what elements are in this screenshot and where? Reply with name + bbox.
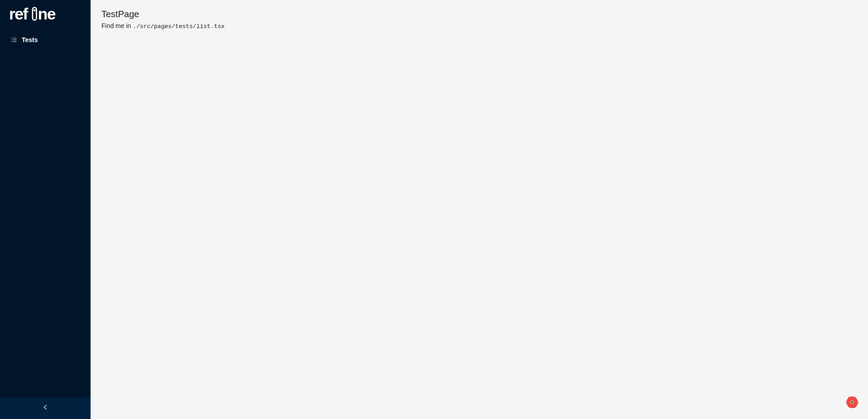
sidebar: ref ne Tests (0, 0, 91, 419)
description-prefix: Find me in (101, 22, 133, 29)
react-query-devtools-button[interactable] (844, 395, 860, 411)
sidebar-item-label: Tests (22, 36, 38, 43)
sidebar-menu: Tests (0, 29, 91, 397)
main-content: TestPage Find me in ./src/pages/tests/li… (91, 0, 868, 419)
sidebar-item-tests[interactable]: Tests (0, 31, 91, 49)
svg-text:ref: ref (9, 5, 29, 23)
sidebar-collapse-button[interactable] (0, 397, 91, 419)
refine-logo: ref ne (9, 5, 79, 24)
page-description: Find me in ./src/pages/tests/list.tsx (101, 22, 857, 30)
page-title: TestPage (101, 9, 857, 19)
description-path: ./src/pages/tests/list.tsx (133, 23, 225, 30)
svg-point-6 (852, 402, 853, 403)
logo-container[interactable]: ref ne (0, 0, 91, 29)
react-query-icon (844, 395, 860, 412)
list-icon (11, 37, 17, 43)
chevron-left-icon (42, 404, 48, 412)
svg-text:ne: ne (38, 5, 56, 23)
svg-point-2 (34, 9, 36, 11)
